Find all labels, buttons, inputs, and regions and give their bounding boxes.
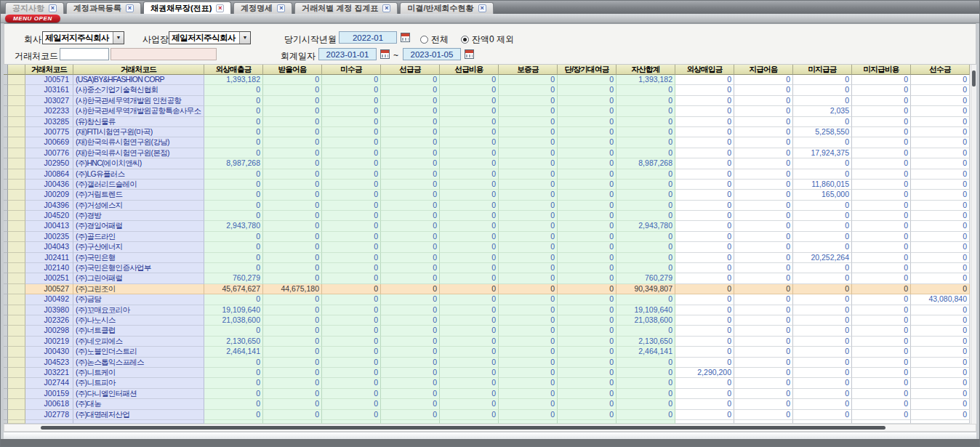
amount-cell[interactable]: 0 (734, 137, 793, 148)
amount-cell[interactable]: 0 (499, 337, 558, 347)
amount-cell[interactable]: 0 (499, 148, 558, 158)
amount-cell[interactable]: 0 (440, 221, 499, 231)
amount-cell[interactable]: 0 (499, 158, 558, 169)
amount-cell[interactable]: 0 (793, 284, 852, 294)
amount-cell[interactable]: 0 (734, 273, 793, 283)
amount-cell[interactable]: 0 (734, 242, 793, 252)
amount-cell[interactable]: 0 (734, 315, 793, 326)
grid-row[interactable]: J00775 (재)FITI시험연구원(마곡) 00000000005,258,… (4, 127, 971, 137)
grid-row[interactable]: J00251 (주)그린어패럴 760,279000000760,2790000… (4, 273, 971, 283)
vendor-code-cell[interactable]: J03161 (25, 85, 73, 95)
amount-cell[interactable]: 0 (558, 137, 616, 148)
amount-cell[interactable]: 0 (793, 326, 852, 336)
amount-cell[interactable]: 0 (263, 337, 322, 347)
amount-cell[interactable]: 90,349,807 (616, 284, 675, 294)
amount-cell[interactable]: 0 (675, 169, 734, 180)
amount-cell[interactable]: 0 (440, 358, 499, 368)
amount-cell[interactable]: 0 (440, 96, 499, 106)
vendor-name-cell[interactable]: (사)한국관세무역개발원 인천공항 (73, 96, 204, 106)
amount-cell[interactable]: 0 (499, 137, 558, 148)
amount-cell[interactable]: 0 (911, 169, 970, 180)
amount-cell[interactable]: 0 (852, 117, 911, 127)
amount-cell[interactable]: 0 (499, 75, 558, 85)
grid-row[interactable]: J04396 (주)거성에스지 0000000000000 (4, 201, 971, 211)
amount-cell[interactable]: 0 (793, 358, 852, 368)
amount-cell[interactable]: 0 (734, 347, 793, 357)
amount-cell[interactable]: 0 (675, 127, 734, 137)
date-to-input[interactable] (403, 48, 461, 60)
amount-cell[interactable]: 0 (204, 190, 263, 200)
amount-cell[interactable]: 0 (558, 180, 616, 190)
amount-cell[interactable]: 0 (675, 117, 734, 127)
amount-cell[interactable]: 0 (734, 337, 793, 347)
amount-cell[interactable]: 11,860,015 (793, 180, 852, 190)
amount-cell[interactable]: 0 (793, 85, 852, 95)
amount-cell[interactable]: 0 (852, 190, 911, 200)
grid-row[interactable]: J00413 (주)경일어패럴 2,943,7800000002,943,780… (4, 221, 971, 231)
column-header[interactable]: 보증금 (499, 65, 558, 75)
amount-cell[interactable]: 0 (263, 158, 322, 169)
grid-row[interactable]: J03980 (주)꼬매요코리아 19,109,64000000019,109,… (4, 305, 971, 315)
vendor-name-cell[interactable]: (사)한국관세무역개발원공항특송사무소 (73, 106, 204, 116)
amount-cell[interactable]: 0 (558, 190, 616, 200)
amount-cell[interactable]: 0 (852, 127, 911, 137)
amount-cell[interactable]: 0 (793, 263, 852, 273)
amount-cell[interactable]: 0 (204, 232, 263, 242)
amount-cell[interactable]: 0 (440, 148, 499, 158)
amount-cell[interactable]: 0 (322, 347, 381, 357)
amount-cell[interactable]: 0 (499, 106, 558, 116)
amount-cell[interactable]: 0 (381, 232, 440, 242)
row-selector[interactable] (8, 253, 25, 263)
amount-cell[interactable]: 0 (381, 106, 440, 116)
amount-cell[interactable]: 0 (381, 211, 440, 221)
amount-cell[interactable]: 0 (440, 326, 499, 336)
amount-cell[interactable]: 17,924,375 (793, 148, 852, 158)
amount-cell[interactable]: 0 (911, 158, 970, 169)
amount-cell[interactable]: 0 (911, 75, 970, 85)
amount-cell[interactable]: 0 (911, 106, 970, 116)
amount-cell[interactable]: 0 (499, 96, 558, 106)
amount-cell[interactable]: 0 (322, 389, 381, 399)
amount-cell[interactable]: 0 (675, 190, 734, 200)
amount-cell[interactable]: 0 (558, 337, 616, 347)
row-selector[interactable] (8, 378, 25, 388)
amount-cell[interactable]: 0 (911, 211, 970, 221)
column-header[interactable]: 거래처코드 (25, 65, 73, 75)
vendor-name-cell[interactable]: (USA)BY&HFASHION CORP (73, 75, 204, 85)
amount-cell[interactable]: 0 (322, 117, 381, 127)
vendor-code-cell[interactable]: J00571 (25, 75, 73, 85)
row-selector[interactable] (8, 284, 25, 294)
amount-cell[interactable]: 0 (558, 294, 616, 305)
amount-cell[interactable]: 0 (911, 337, 970, 347)
column-header[interactable]: 단/장기대여금 (558, 65, 616, 75)
amount-cell[interactable]: 0 (793, 273, 852, 283)
vendor-code-cell[interactable]: J02233 (25, 106, 73, 116)
amount-cell[interactable]: 0 (558, 368, 616, 378)
amount-cell[interactable]: 0 (381, 378, 440, 388)
row-selector[interactable] (8, 127, 25, 137)
vendor-code-cell[interactable]: J00209 (25, 190, 73, 200)
amount-cell[interactable]: 0 (204, 326, 263, 336)
grid-row[interactable]: J02744 (주)니트피아 0000000000000 (4, 378, 971, 388)
amount-cell[interactable]: 0 (911, 410, 970, 420)
grid-row[interactable]: J02778 (주)대명레저산업 0000000000000 (4, 410, 971, 420)
amount-cell[interactable]: 1,393,182 (204, 75, 263, 85)
amount-cell[interactable]: 0 (558, 75, 616, 85)
vendor-code-cell[interactable]: J00413 (25, 221, 73, 231)
row-selector[interactable] (8, 273, 25, 283)
vendor-code-cell[interactable]: J03980 (25, 305, 73, 315)
amount-cell[interactable]: 0 (675, 273, 734, 283)
amount-cell[interactable]: 0 (204, 169, 263, 180)
row-selector[interactable] (8, 180, 25, 190)
amount-cell[interactable]: 0 (558, 284, 616, 294)
vendor-code-cell[interactable]: J04043 (25, 242, 73, 252)
amount-cell[interactable]: 5,258,550 (793, 127, 852, 137)
amount-cell[interactable]: 0 (911, 242, 970, 252)
amount-cell[interactable]: 0 (616, 326, 675, 336)
amount-cell[interactable]: 0 (263, 190, 322, 200)
amount-cell[interactable]: 0 (675, 399, 734, 409)
amount-cell[interactable]: 0 (440, 294, 499, 305)
grid-row[interactable]: J00159 (주)다니엘인터패션 0000000000000 (4, 389, 971, 399)
amount-cell[interactable]: 0 (558, 201, 616, 211)
amount-cell[interactable]: 0 (734, 169, 793, 180)
